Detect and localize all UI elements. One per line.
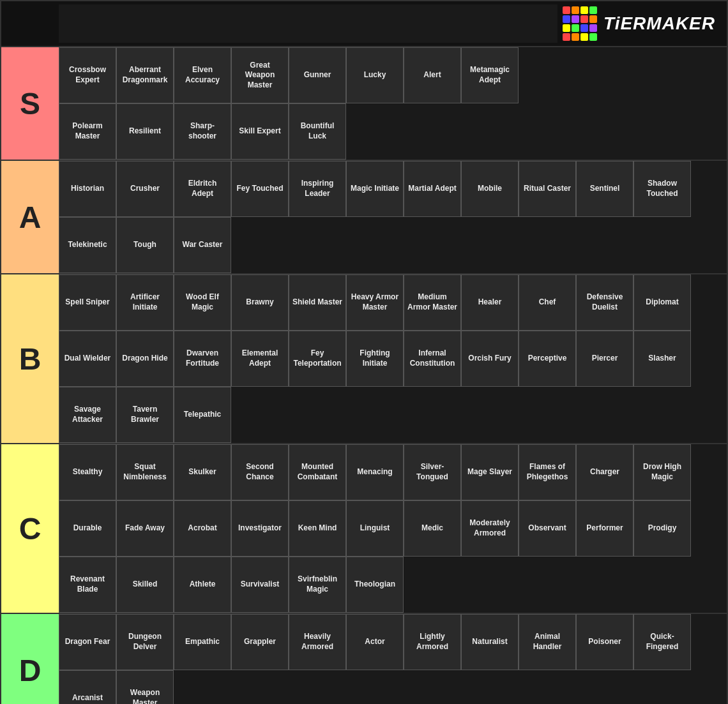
feat-cell[interactable]: Mobile xyxy=(461,161,519,217)
feat-cell[interactable]: Acrobat xyxy=(174,500,231,557)
feat-cell[interactable]: Poisoner xyxy=(576,614,633,670)
feat-cell[interactable]: Crusher xyxy=(116,161,174,217)
feat-cell[interactable]: Slasher xyxy=(633,331,691,387)
feat-cell[interactable]: Artificer Initiate xyxy=(116,274,174,331)
feat-cell[interactable]: Skill Expert xyxy=(231,103,289,160)
feat-cell[interactable]: Chef xyxy=(519,274,576,331)
feat-cell[interactable]: Empathic xyxy=(174,614,231,670)
feat-cell[interactable]: Savage Attacker xyxy=(59,387,116,443)
feat-cell[interactable]: Performer xyxy=(576,500,633,557)
feat-cell[interactable]: Martial Adept xyxy=(404,161,461,217)
feat-cell[interactable]: Drow High Magic xyxy=(633,444,691,500)
feat-cell[interactable]: Dwarven Fortitude xyxy=(174,331,231,387)
feat-cell[interactable]: Lucky xyxy=(346,47,404,103)
tiermaker-logo: TiERMAKER xyxy=(557,1,720,46)
feat-cell[interactable]: Perceptive xyxy=(519,331,576,387)
feat-cell[interactable]: Infernal Constitution xyxy=(404,331,461,387)
feat-cell[interactable]: Charger xyxy=(576,444,633,500)
feat-cell[interactable]: War Caster xyxy=(174,217,231,273)
feat-cell[interactable]: Sharp-shooter xyxy=(174,103,231,160)
feat-cell[interactable]: Durable xyxy=(59,500,116,557)
feat-cell[interactable]: Telekinetic xyxy=(59,217,116,273)
feat-cell[interactable]: Flames of Phlegethos xyxy=(519,444,576,500)
feat-cell[interactable]: Fighting Initiate xyxy=(346,331,404,387)
tier-row-b: B Spell Sniper Artificer Initiate Wood E… xyxy=(1,274,727,444)
feat-cell[interactable]: Shadow Touched xyxy=(633,161,691,217)
feat-cell[interactable]: Survivalist xyxy=(231,557,289,613)
feat-cell[interactable]: Aberrant Dragonmark xyxy=(116,47,174,103)
feat-cell[interactable]: Gunner xyxy=(289,47,346,103)
feat-cell[interactable]: Telepathic xyxy=(174,387,231,443)
feat-cell[interactable]: Menacing xyxy=(346,444,404,500)
feat-cell[interactable]: Squat Nimbleness xyxy=(116,444,174,500)
feat-cell[interactable]: Tavern Brawler xyxy=(116,387,174,443)
feat-cell[interactable]: Magic Initiate xyxy=(346,161,404,217)
feat-cell[interactable]: Second Chance xyxy=(231,444,289,500)
feat-cell[interactable]: Elemental Adept xyxy=(231,331,289,387)
feat-cell[interactable]: Theologian xyxy=(346,557,404,613)
feat-cell[interactable]: Metamagic Adept xyxy=(461,47,519,103)
feat-cell[interactable]: Fey Touched xyxy=(231,161,289,217)
feat-cell[interactable]: Heavy Armor Master xyxy=(346,274,404,331)
feat-cell[interactable]: Lightly Armored xyxy=(404,614,461,670)
feat-cell[interactable]: Bountiful Luck xyxy=(289,103,346,160)
feat-cell[interactable]: Mage Slayer xyxy=(461,444,519,500)
feat-cell[interactable]: Weapon Master xyxy=(116,670,174,704)
tier-label-d: D xyxy=(1,614,59,704)
feat-cell[interactable]: Keen Mind xyxy=(289,500,346,557)
feat-cell[interactable]: Resilient xyxy=(116,103,174,160)
tier-c-content: Stealthy Squat Nimbleness Skulker Second… xyxy=(59,444,727,613)
feat-cell[interactable]: Fade Away xyxy=(116,500,174,557)
feat-cell[interactable]: Revenant Blade xyxy=(59,557,116,613)
feat-cell[interactable]: Alert xyxy=(404,47,461,103)
feat-cell[interactable]: Observant xyxy=(519,500,576,557)
feat-cell[interactable]: Dual Wielder xyxy=(59,331,116,387)
feat-cell[interactable]: Mounted Combatant xyxy=(289,444,346,500)
feat-cell[interactable]: Naturalist xyxy=(461,614,519,670)
feat-cell[interactable]: Dragon Fear xyxy=(59,614,116,670)
feat-cell[interactable]: Great Weapon Master xyxy=(231,47,289,103)
feat-cell[interactable]: Brawny xyxy=(231,274,289,331)
feat-cell[interactable]: Arcanist xyxy=(59,670,116,704)
feat-cell[interactable]: Eldritch Adept xyxy=(174,161,231,217)
feat-cell[interactable]: Dragon Hide xyxy=(116,331,174,387)
feat-cell[interactable]: Grappler xyxy=(231,614,289,670)
feat-cell[interactable]: Investigator xyxy=(231,500,289,557)
feat-cell[interactable]: Actor xyxy=(346,614,404,670)
feat-cell[interactable]: Heavily Armored xyxy=(289,614,346,670)
feat-cell[interactable]: Polearm Master xyxy=(59,103,116,160)
feat-cell[interactable]: Medic xyxy=(404,500,461,557)
feat-cell[interactable]: Athlete xyxy=(174,557,231,613)
feat-cell[interactable]: Stealthy xyxy=(59,444,116,500)
feat-cell[interactable]: Spell Sniper xyxy=(59,274,116,331)
feat-cell[interactable]: Crossbow Expert xyxy=(59,47,116,103)
feat-cell[interactable]: Wood Elf Magic xyxy=(174,274,231,331)
feat-cell[interactable]: Fey Teleportation xyxy=(289,331,346,387)
feat-cell[interactable]: Animal Handler xyxy=(519,614,576,670)
feat-cell[interactable]: Elven Accuracy xyxy=(174,47,231,103)
feat-cell[interactable]: Piercer xyxy=(576,331,633,387)
tier-d-content: Dragon Fear Dungeon Delver Empathic Grap… xyxy=(59,614,727,704)
feat-cell[interactable]: Healer xyxy=(461,274,519,331)
feat-cell[interactable]: Shield Master xyxy=(289,274,346,331)
tier-row-d: D Dragon Fear Dungeon Delver Empathic Gr… xyxy=(1,614,727,704)
feat-cell[interactable]: Skilled xyxy=(116,557,174,613)
feat-cell[interactable]: Diplomat xyxy=(633,274,691,331)
feat-cell[interactable]: Silver-Tongued xyxy=(404,444,461,500)
feat-cell[interactable]: Orcish Fury xyxy=(461,331,519,387)
tier-row-c: C Stealthy Squat Nimbleness Skulker Seco… xyxy=(1,444,727,614)
feat-cell[interactable]: Historian xyxy=(59,161,116,217)
feat-cell[interactable]: Inspiring Leader xyxy=(289,161,346,217)
feat-cell[interactable]: Sentinel xyxy=(576,161,633,217)
feat-cell[interactable]: Defensive Duelist xyxy=(576,274,633,331)
feat-cell[interactable]: Skulker xyxy=(174,444,231,500)
feat-cell[interactable]: Tough xyxy=(116,217,174,273)
feat-cell[interactable]: Dungeon Delver xyxy=(116,614,174,670)
feat-cell[interactable]: Linguist xyxy=(346,500,404,557)
feat-cell[interactable]: Moderately Armored xyxy=(461,500,519,557)
feat-cell[interactable]: Quick-Fingered xyxy=(633,614,691,670)
feat-cell[interactable]: Medium Armor Master xyxy=(404,274,461,331)
feat-cell[interactable]: Prodigy xyxy=(633,500,691,557)
feat-cell[interactable]: Ritual Caster xyxy=(519,161,576,217)
feat-cell[interactable]: Svirfneblin Magic xyxy=(289,557,346,613)
